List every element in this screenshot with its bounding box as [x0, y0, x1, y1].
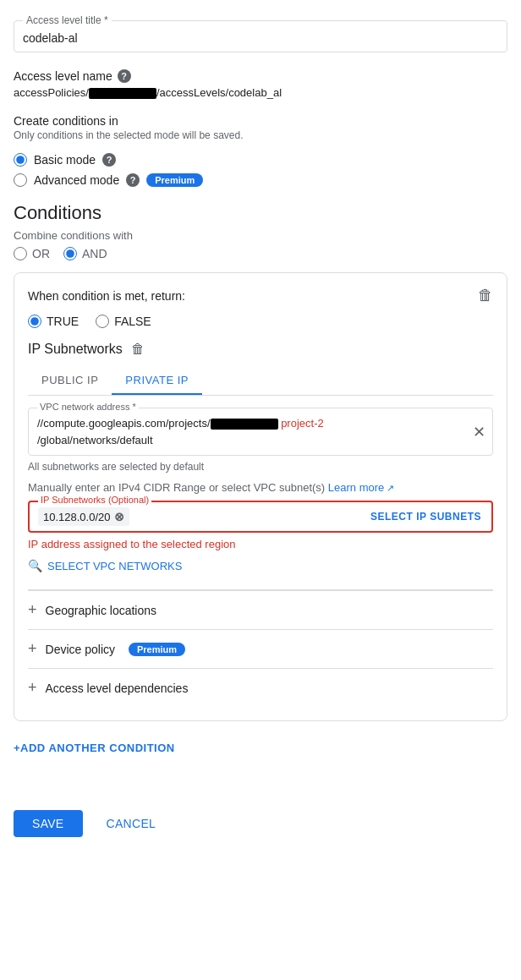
return-false-label: FALSE — [114, 315, 151, 328]
return-label: When condition is met, return: — [28, 289, 185, 303]
cancel-button[interactable]: CANCEL — [93, 810, 170, 837]
basic-mode-help-icon[interactable]: ? — [102, 153, 116, 167]
access-level-name-value: accessPolicies/ /accessLevels/codelab_al — [14, 86, 507, 99]
ip-chip: 10.128.0.0/20 ⊗ — [38, 507, 129, 526]
vpc-network-address-value: //compute.googleapis.com/projects/ proje… — [37, 415, 462, 448]
combine-or-radio[interactable] — [14, 247, 27, 260]
access-level-dependencies-expand-icon: + — [28, 679, 37, 697]
return-true-label: TRUE — [47, 315, 79, 328]
access-level-title-input[interactable] — [23, 31, 498, 45]
access-level-dependencies-label: Access level dependencies — [46, 682, 189, 695]
device-policy-label: Device policy — [46, 643, 115, 656]
advanced-mode-premium-badge: Premium — [146, 173, 203, 187]
vpc-project-label: project-2 — [281, 417, 324, 430]
combine-and-label: AND — [82, 247, 107, 260]
delete-ip-subnetworks-icon[interactable]: 🗑 — [131, 342, 145, 357]
manual-entry-hint: Manually enter an IPv4 CIDR Range or sel… — [28, 481, 493, 494]
bottom-action-bar: SAVE CANCEL — [14, 797, 507, 851]
ip-chip-value: 10.128.0.0/20 — [43, 511, 111, 523]
select-vpc-networks-link[interactable]: 🔍 SELECT VPC NETWORKS — [28, 559, 493, 572]
access-level-name-help-icon[interactable]: ? — [118, 69, 131, 83]
geographic-locations-expand-icon: + — [28, 601, 37, 619]
search-icon: 🔍 — [28, 559, 42, 572]
ip-subnets-field-label: IP Subnetworks (Optional) — [38, 495, 151, 505]
return-false-radio[interactable] — [96, 315, 109, 328]
ip-subnetworks-title: IP Subnetworks — [28, 342, 123, 357]
tab-public-ip[interactable]: PUBLIC IP — [28, 367, 112, 395]
ip-subnetworks-tabs: PUBLIC IP PRIVATE IP — [28, 367, 493, 396]
learn-more-link[interactable]: Learn more — [328, 481, 395, 494]
tab-private-ip[interactable]: PRIVATE IP — [112, 367, 202, 395]
device-policy-premium-badge: Premium — [129, 643, 185, 656]
redacted-block — [89, 88, 156, 99]
access-level-dependencies-section[interactable]: + Access level dependencies — [28, 668, 493, 707]
vpc-network-address-field: VPC network address * //compute.googleap… — [28, 408, 493, 456]
conditions-title: Conditions — [14, 202, 507, 224]
device-policy-expand-icon: + — [28, 640, 37, 658]
vpc-hint: All subnetworks are selected by default — [28, 461, 493, 473]
ip-chip-remove-icon[interactable]: ⊗ — [114, 510, 124, 523]
vpc-address-close-icon[interactable]: ✕ — [473, 424, 485, 440]
access-level-name-label: Access level name — [14, 69, 112, 83]
vpc-network-address-label: VPC network address * — [37, 402, 139, 412]
save-button[interactable]: SAVE — [14, 810, 83, 837]
ip-subnets-input-row: IP Subnetworks (Optional) 10.128.0.0/20 … — [28, 501, 493, 533]
advanced-mode-label: Advanced mode — [34, 173, 119, 187]
advanced-mode-help-icon[interactable]: ? — [126, 173, 140, 187]
condition-card: When condition is met, return: 🗑 TRUE FA… — [14, 272, 507, 721]
return-true-radio[interactable] — [28, 315, 41, 328]
combine-or-label: OR — [32, 247, 50, 260]
basic-mode-radio[interactable] — [14, 153, 27, 167]
vpc-redacted — [211, 419, 278, 430]
select-vpc-networks-label: SELECT VPC NETWORKS — [47, 560, 182, 572]
delete-condition-icon[interactable]: 🗑 — [478, 287, 493, 304]
combine-conditions-label: Combine conditions with — [14, 229, 507, 242]
add-another-condition-button[interactable]: +ADD ANOTHER CONDITION — [14, 733, 175, 763]
ip-error-message: IP address assigned to the selected regi… — [28, 538, 493, 550]
device-policy-section[interactable]: + Device policy Premium — [28, 629, 493, 668]
basic-mode-label: Basic mode — [34, 153, 96, 167]
combine-and-radio[interactable] — [63, 247, 77, 260]
select-ip-subnets-button[interactable]: SELECT IP SUBNETS — [360, 504, 491, 529]
create-conditions-hint: Only conditions in the selected mode wil… — [14, 129, 507, 141]
access-level-title-label: Access level title * — [23, 14, 112, 26]
create-conditions-label: Create conditions in — [14, 114, 507, 128]
geographic-locations-label: Geographic locations — [46, 604, 157, 617]
geographic-locations-section[interactable]: + Geographic locations — [28, 590, 493, 629]
advanced-mode-radio[interactable] — [14, 173, 27, 187]
